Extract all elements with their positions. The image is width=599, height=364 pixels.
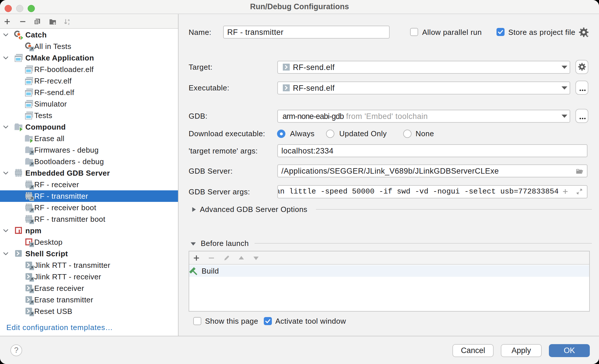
svg-text:a: a <box>68 18 70 22</box>
svg-text:z: z <box>68 22 70 25</box>
